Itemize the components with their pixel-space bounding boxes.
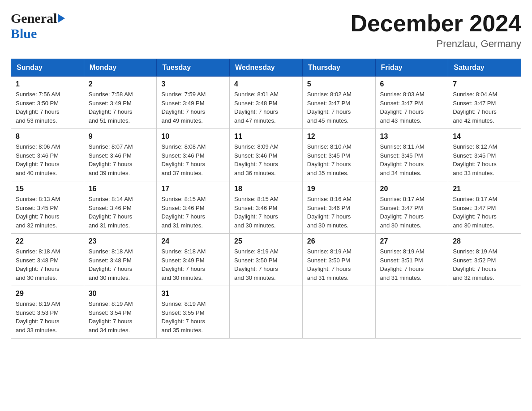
calendar-cell: 3Sunrise: 7:59 AMSunset: 3:49 PMDaylight… (157, 77, 230, 129)
week-row-5: 29Sunrise: 8:19 AMSunset: 3:53 PMDayligh… (11, 286, 521, 338)
weekday-header-saturday: Saturday (448, 59, 521, 77)
day-info: Sunrise: 8:16 AMSunset: 3:46 PMDaylight:… (307, 195, 371, 230)
day-info: Sunrise: 8:17 AMSunset: 3:47 PMDaylight:… (453, 195, 516, 230)
day-number: 28 (453, 237, 516, 245)
calendar-cell: 8Sunrise: 8:06 AMSunset: 3:46 PMDaylight… (11, 129, 84, 181)
day-info: Sunrise: 7:58 AMSunset: 3:49 PMDaylight:… (89, 90, 152, 125)
week-row-2: 8Sunrise: 8:06 AMSunset: 3:46 PMDaylight… (11, 129, 521, 181)
calendar-cell: 20Sunrise: 8:17 AMSunset: 3:47 PMDayligh… (375, 181, 448, 234)
calendar-cell: 13Sunrise: 8:11 AMSunset: 3:45 PMDayligh… (375, 129, 448, 181)
calendar-cell: 15Sunrise: 8:13 AMSunset: 3:45 PMDayligh… (11, 181, 84, 234)
month-title: December 2024 (350, 11, 521, 36)
day-number: 31 (161, 290, 225, 298)
day-info: Sunrise: 8:13 AMSunset: 3:45 PMDaylight:… (16, 195, 79, 230)
day-info: Sunrise: 7:56 AMSunset: 3:50 PMDaylight:… (16, 90, 79, 125)
calendar-cell: 17Sunrise: 8:15 AMSunset: 3:46 PMDayligh… (157, 181, 230, 234)
calendar-cell (302, 286, 375, 338)
calendar-cell: 25Sunrise: 8:19 AMSunset: 3:50 PMDayligh… (230, 234, 303, 286)
day-number: 30 (89, 290, 152, 298)
calendar-cell: 9Sunrise: 8:07 AMSunset: 3:46 PMDaylight… (84, 129, 157, 181)
weekday-header-thursday: Thursday (302, 59, 375, 77)
calendar-table: SundayMondayTuesdayWednesdayThursdayFrid… (11, 59, 521, 338)
day-number: 17 (161, 185, 225, 193)
day-number: 4 (234, 80, 298, 88)
day-number: 22 (16, 237, 79, 245)
day-info: Sunrise: 8:18 AMSunset: 3:48 PMDaylight:… (16, 247, 79, 282)
day-info: Sunrise: 8:14 AMSunset: 3:46 PMDaylight:… (89, 195, 152, 230)
page-header: General Blue December 2024 Prenzlau, Ger… (11, 11, 521, 50)
calendar-cell: 22Sunrise: 8:18 AMSunset: 3:48 PMDayligh… (11, 234, 84, 286)
day-info: Sunrise: 8:19 AMSunset: 3:50 PMDaylight:… (234, 247, 298, 282)
day-info: Sunrise: 8:19 AMSunset: 3:54 PMDaylight:… (89, 300, 152, 334)
location-text: Prenzlau, Germany (350, 38, 521, 50)
logo-general-text: General (11, 11, 57, 26)
calendar-cell: 28Sunrise: 8:19 AMSunset: 3:52 PMDayligh… (448, 234, 521, 286)
calendar-cell (230, 286, 303, 338)
calendar-cell: 4Sunrise: 8:01 AMSunset: 3:48 PMDaylight… (230, 77, 303, 129)
calendar-cell: 19Sunrise: 8:16 AMSunset: 3:46 PMDayligh… (302, 181, 375, 234)
day-info: Sunrise: 8:09 AMSunset: 3:46 PMDaylight:… (234, 142, 298, 177)
calendar-cell: 30Sunrise: 8:19 AMSunset: 3:54 PMDayligh… (84, 286, 157, 338)
calendar-cell: 31Sunrise: 8:19 AMSunset: 3:55 PMDayligh… (157, 286, 230, 338)
day-number: 12 (307, 133, 371, 141)
weekday-header-friday: Friday (375, 59, 448, 77)
calendar-cell: 24Sunrise: 8:18 AMSunset: 3:49 PMDayligh… (157, 234, 230, 286)
weekday-header-row: SundayMondayTuesdayWednesdayThursdayFrid… (11, 59, 521, 77)
day-number: 25 (234, 237, 298, 245)
day-info: Sunrise: 8:19 AMSunset: 3:50 PMDaylight:… (307, 247, 371, 282)
day-info: Sunrise: 8:03 AMSunset: 3:47 PMDaylight:… (380, 90, 444, 125)
day-number: 14 (453, 133, 516, 141)
day-number: 9 (89, 133, 152, 141)
calendar-cell: 18Sunrise: 8:15 AMSunset: 3:46 PMDayligh… (230, 181, 303, 234)
day-info: Sunrise: 8:19 AMSunset: 3:52 PMDaylight:… (453, 247, 516, 282)
day-info: Sunrise: 8:02 AMSunset: 3:47 PMDaylight:… (307, 90, 371, 125)
calendar-cell: 26Sunrise: 8:19 AMSunset: 3:50 PMDayligh… (302, 234, 375, 286)
day-number: 27 (380, 237, 444, 245)
day-number: 1 (16, 80, 79, 88)
day-info: Sunrise: 8:15 AMSunset: 3:46 PMDaylight:… (161, 195, 225, 230)
calendar-cell: 5Sunrise: 8:02 AMSunset: 3:47 PMDaylight… (302, 77, 375, 129)
calendar-cell: 16Sunrise: 8:14 AMSunset: 3:46 PMDayligh… (84, 181, 157, 234)
calendar-cell: 11Sunrise: 8:09 AMSunset: 3:46 PMDayligh… (230, 129, 303, 181)
weekday-header-tuesday: Tuesday (157, 59, 230, 77)
day-info: Sunrise: 8:10 AMSunset: 3:45 PMDaylight:… (307, 142, 371, 177)
week-row-3: 15Sunrise: 8:13 AMSunset: 3:45 PMDayligh… (11, 181, 521, 234)
title-block: December 2024 Prenzlau, Germany (350, 11, 521, 50)
day-number: 21 (453, 185, 516, 193)
day-info: Sunrise: 8:18 AMSunset: 3:49 PMDaylight:… (161, 247, 225, 282)
weekday-header-sunday: Sunday (11, 59, 84, 77)
day-number: 19 (307, 185, 371, 193)
day-number: 20 (380, 185, 444, 193)
day-info: Sunrise: 8:18 AMSunset: 3:48 PMDaylight:… (89, 247, 152, 282)
calendar-cell: 2Sunrise: 7:58 AMSunset: 3:49 PMDaylight… (84, 77, 157, 129)
day-number: 10 (161, 133, 225, 141)
week-row-4: 22Sunrise: 8:18 AMSunset: 3:48 PMDayligh… (11, 234, 521, 286)
day-info: Sunrise: 8:17 AMSunset: 3:47 PMDaylight:… (380, 195, 444, 230)
day-number: 29 (16, 290, 79, 298)
calendar-cell: 14Sunrise: 8:12 AMSunset: 3:45 PMDayligh… (448, 129, 521, 181)
day-info: Sunrise: 8:15 AMSunset: 3:46 PMDaylight:… (234, 195, 298, 230)
week-row-1: 1Sunrise: 7:56 AMSunset: 3:50 PMDaylight… (11, 77, 521, 129)
calendar-cell (448, 286, 521, 338)
day-number: 6 (380, 80, 444, 88)
day-info: Sunrise: 8:04 AMSunset: 3:47 PMDaylight:… (453, 90, 516, 125)
calendar-cell: 1Sunrise: 7:56 AMSunset: 3:50 PMDaylight… (11, 77, 84, 129)
day-number: 18 (234, 185, 298, 193)
day-number: 3 (161, 80, 225, 88)
weekday-header-wednesday: Wednesday (230, 59, 303, 77)
day-number: 2 (89, 80, 152, 88)
day-number: 26 (307, 237, 371, 245)
logo-arrow-icon (58, 14, 65, 23)
calendar-cell: 21Sunrise: 8:17 AMSunset: 3:47 PMDayligh… (448, 181, 521, 234)
calendar-cell: 27Sunrise: 8:19 AMSunset: 3:51 PMDayligh… (375, 234, 448, 286)
day-number: 5 (307, 80, 371, 88)
day-number: 24 (161, 237, 225, 245)
day-number: 8 (16, 133, 79, 141)
day-info: Sunrise: 7:59 AMSunset: 3:49 PMDaylight:… (161, 90, 225, 125)
day-number: 11 (234, 133, 298, 141)
calendar-cell: 23Sunrise: 8:18 AMSunset: 3:48 PMDayligh… (84, 234, 157, 286)
day-number: 15 (16, 185, 79, 193)
day-number: 13 (380, 133, 444, 141)
day-info: Sunrise: 8:12 AMSunset: 3:45 PMDaylight:… (453, 142, 516, 177)
day-info: Sunrise: 8:08 AMSunset: 3:46 PMDaylight:… (161, 142, 225, 177)
